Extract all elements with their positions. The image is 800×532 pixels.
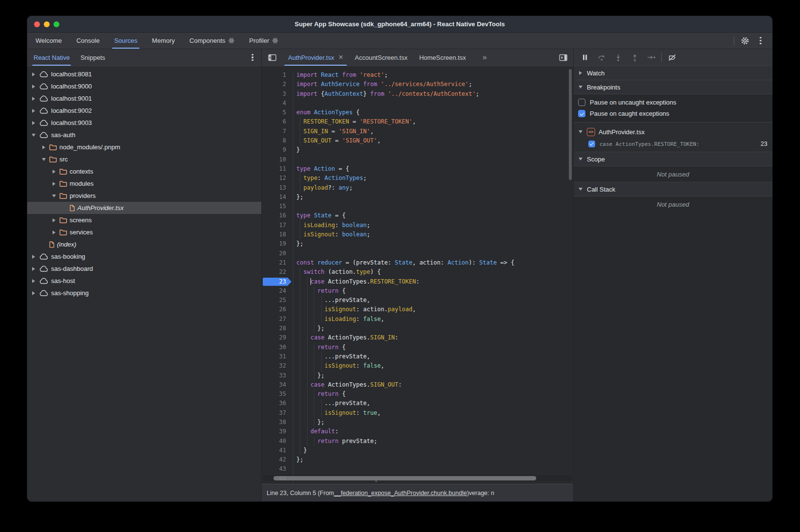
pause-on-caught-checkbox[interactable] [578, 110, 585, 117]
code-line-text[interactable]: return { [296, 390, 573, 399]
pause-button[interactable] [579, 51, 591, 64]
chevron-down-icon[interactable] [30, 134, 36, 137]
line-number-25[interactable]: 25 [262, 296, 293, 305]
line-number-21[interactable]: 21 [262, 258, 293, 267]
breakpoint-group-disclosure[interactable] [577, 130, 583, 133]
code-line-text[interactable]: }; [296, 324, 573, 333]
line-number-10[interactable]: 10 [262, 155, 293, 164]
line-number-19[interactable]: 19 [262, 239, 293, 248]
tab-sources[interactable]: Sources [107, 33, 145, 49]
horizontal-scrollbar-thumb[interactable] [273, 476, 536, 480]
code-line-1[interactable]: 1import React from 'react'; [262, 71, 573, 80]
line-number-1[interactable]: 1 [262, 71, 293, 80]
code-line-19[interactable]: 19}; [262, 239, 573, 248]
code-line-4[interactable]: 4 [262, 99, 573, 108]
code-line-31[interactable]: 31 ...prevState, [262, 352, 573, 361]
line-number-2[interactable]: 2 [262, 80, 293, 89]
code-line-24[interactable]: 24 return { [262, 286, 573, 296]
source-bundle-link[interactable]: __federation_expose_AuthProvider.chunk.b… [334, 490, 467, 497]
tree-item-sas-auth[interactable]: sas-auth [27, 129, 261, 141]
code-line-text[interactable]: isSignout: action.payload, [296, 305, 573, 314]
line-number-15[interactable]: 15 [262, 202, 293, 211]
line-number-28[interactable]: 28 [262, 324, 293, 333]
code-line-18[interactable]: 18 isSignout: boolean; [262, 230, 573, 239]
code-line-36[interactable]: 36 ...prevState, [262, 399, 573, 408]
chevron-right-icon[interactable] [51, 170, 57, 174]
code-line-text[interactable]: type Action = { [296, 164, 573, 174]
code-line-34[interactable]: 34 case ActionTypes.SIGN_OUT: [262, 380, 573, 390]
code-line-text[interactable]: return { [296, 343, 573, 352]
line-number-9[interactable]: 9 [262, 145, 293, 155]
line-number-16[interactable]: 16 [262, 211, 293, 220]
chevron-down-icon[interactable] [40, 158, 47, 161]
line-number-35[interactable]: 35 [262, 390, 293, 399]
code-line-text[interactable]: import {AuthContext} from '../contexts/A… [296, 89, 573, 99]
watch-disclosure[interactable] [577, 71, 583, 75]
line-number-34[interactable]: 34 [262, 380, 293, 390]
breakpoints-disclosure[interactable] [577, 86, 583, 89]
code-line-text[interactable]: payload?: any; [296, 183, 573, 193]
step-button[interactable] [645, 51, 657, 64]
code-line-text[interactable]: ...prevState, [296, 296, 573, 305]
tree-item-index[interactable]: (index) [27, 238, 261, 250]
chevron-right-icon[interactable] [30, 291, 36, 295]
code-line-text[interactable] [296, 155, 573, 164]
line-number-26[interactable]: 26 [262, 305, 293, 314]
tree-item-src[interactable]: src [27, 153, 261, 165]
code-line-21[interactable]: 21const reducer = (prevState: State, act… [262, 258, 573, 267]
code-line-22[interactable]: 22 switch (action.type) { [262, 267, 573, 277]
code-line-38[interactable]: 38 }; [262, 418, 573, 427]
chevron-right-icon[interactable] [30, 97, 36, 101]
close-tab-icon[interactable]: × [339, 53, 343, 61]
line-number-32[interactable]: 32 [262, 361, 293, 371]
code-line-8[interactable]: 8 SIGN_OUT = 'SIGN_OUT', [262, 136, 573, 145]
line-number-20[interactable]: 20 [262, 249, 293, 258]
code-line-40[interactable]: 40 return prevState; [262, 437, 573, 446]
editor-tab-authprovider-tsx[interactable]: AuthProvider.tsx× [282, 49, 349, 66]
more-options-button[interactable] [756, 35, 765, 47]
chevron-right-icon[interactable] [40, 145, 47, 149]
tab-console[interactable]: Console [69, 33, 107, 49]
line-number-31[interactable]: 31 [262, 352, 293, 361]
line-number-7[interactable]: 7 [262, 127, 293, 136]
line-number-36[interactable]: 36 [262, 399, 293, 408]
line-number-30[interactable]: 30 [262, 343, 293, 352]
line-number-37[interactable]: 37 [262, 408, 293, 418]
code-line-27[interactable]: 27 isLoading: false, [262, 315, 573, 324]
chevron-right-icon[interactable] [30, 85, 36, 89]
code-line-30[interactable]: 30 return { [262, 343, 573, 352]
navigator-more-button[interactable] [248, 52, 257, 63]
tree-item-sas-booking[interactable]: sas-booking [27, 250, 261, 263]
pause-on-caught-row[interactable]: Pause on caught exceptions [574, 108, 772, 119]
code-line-41[interactable]: 41 } [262, 446, 573, 455]
line-number-40[interactable]: 40 [262, 437, 293, 446]
line-number-22[interactable]: 22 [262, 267, 293, 277]
code-line-text[interactable]: }; [296, 371, 573, 380]
code-line-text[interactable] [296, 249, 573, 258]
navigator-tab-snippets[interactable]: Snippets [75, 49, 110, 66]
code-line-text[interactable]: ...prevState, [296, 399, 573, 408]
chevron-down-icon[interactable] [51, 195, 57, 197]
code-line-text[interactable]: } [296, 446, 573, 455]
code-editor[interactable]: 1import React from 'react';2import AuthS… [262, 66, 573, 484]
code-line-33[interactable]: 33 }; [262, 371, 573, 380]
code-line-text[interactable]: const reducer = (prevState: State, actio… [296, 258, 573, 267]
line-number-41[interactable]: 41 [262, 446, 293, 455]
code-line-text[interactable]: import AuthService from '../services/Aut… [296, 80, 573, 89]
code-line-text[interactable]: isSignout: boolean; [296, 230, 573, 239]
line-number-39[interactable]: 39 [262, 427, 293, 436]
code-line-text[interactable]: isLoading: boolean; [296, 221, 573, 230]
code-line-text[interactable]: type State = { [296, 211, 573, 220]
code-line-2[interactable]: 2import AuthService from '../services/Au… [262, 80, 573, 89]
scope-disclosure[interactable] [577, 158, 583, 160]
code-line-17[interactable]: 17 isLoading: boolean; [262, 221, 573, 230]
code-line-text[interactable]: return { [296, 286, 573, 296]
tree-item-localhost-9002[interactable]: localhost:9002 [27, 105, 261, 117]
scope-section-header[interactable]: Scope [574, 152, 772, 166]
code-line-text[interactable]: }; [296, 455, 573, 464]
line-number-5[interactable]: 5 [262, 108, 293, 117]
code-line-11[interactable]: 11type Action = { [262, 164, 573, 174]
hide-navigator-button[interactable] [262, 49, 282, 66]
code-line-text[interactable] [296, 202, 573, 211]
code-line-39[interactable]: 39 default: [262, 427, 573, 436]
